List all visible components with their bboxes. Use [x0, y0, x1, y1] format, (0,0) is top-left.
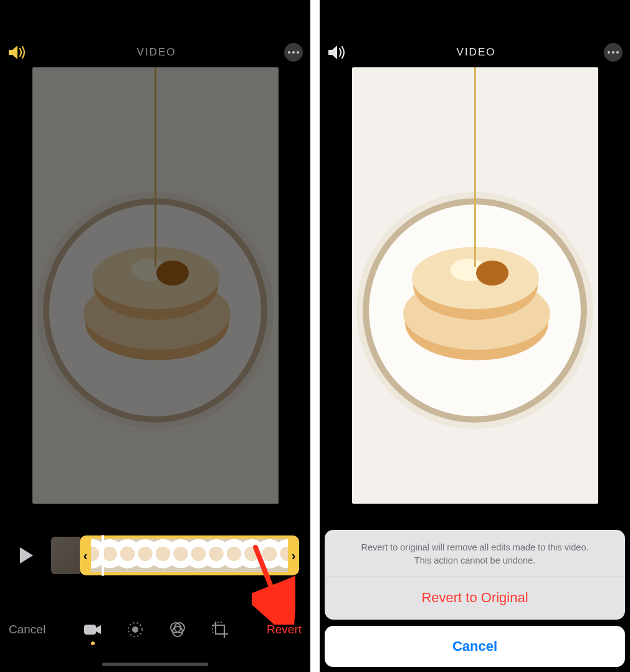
svg-rect-27 — [474, 67, 476, 267]
revert-to-original-button[interactable]: Revert to Original — [325, 577, 625, 620]
svg-point-13 — [132, 626, 138, 633]
editor-screen-revert-sheet: VIDEO — [320, 0, 630, 672]
action-sheet: Revert to original will remove all edits… — [320, 530, 630, 672]
action-sheet-message-line1: Revert to original will remove all edits… — [361, 542, 588, 552]
bottom-toolbar: Cancel — [0, 612, 310, 647]
screen-title: VIDEO — [137, 46, 176, 59]
trim-handle-left[interactable]: ‹ — [80, 539, 91, 572]
timeline-frames — [83, 539, 296, 572]
tool-icons — [84, 620, 229, 639]
timeline-row: ‹ › — [11, 535, 299, 576]
more-icon[interactable] — [604, 43, 623, 62]
cancel-button[interactable]: Cancel — [9, 623, 45, 636]
active-indicator-dot — [91, 641, 95, 645]
crop-tool-icon[interactable] — [211, 620, 229, 639]
video-preview[interactable] — [352, 67, 598, 504]
video-preview-area — [320, 67, 630, 505]
action-sheet-group: Revert to original will remove all edits… — [325, 530, 625, 620]
playhead[interactable] — [102, 535, 104, 576]
video-preview[interactable] — [32, 67, 279, 504]
sound-on-icon[interactable] — [7, 44, 29, 61]
editor-screen-before: VIDEO — [0, 0, 310, 672]
svg-point-26 — [476, 261, 508, 286]
svg-rect-11 — [84, 625, 96, 635]
timeline[interactable]: ‹ › — [51, 537, 299, 574]
trim-handle-right[interactable]: › — [288, 539, 299, 572]
revert-button[interactable]: Revert — [267, 623, 302, 636]
play-button[interactable] — [11, 538, 41, 573]
editor-topbar: VIDEO — [0, 37, 310, 67]
filters-tool-icon[interactable] — [168, 620, 187, 639]
action-sheet-message-line2: This action cannot be undone. — [414, 555, 535, 565]
action-sheet-message: Revert to original will remove all edits… — [325, 530, 625, 577]
action-sheet-cancel-button[interactable]: Cancel — [325, 626, 625, 667]
adjust-tool-icon[interactable] — [126, 620, 145, 639]
svg-point-9 — [156, 261, 189, 286]
timeline-lead-thumb — [51, 537, 80, 574]
trim-selection[interactable]: ‹ › — [80, 535, 299, 575]
more-icon[interactable] — [284, 43, 303, 62]
home-indicator[interactable] — [102, 663, 208, 666]
video-tool-icon[interactable] — [84, 620, 102, 639]
editor-topbar: VIDEO — [320, 37, 630, 67]
svg-point-16 — [173, 626, 183, 636]
screen-title: VIDEO — [457, 46, 496, 59]
svg-rect-10 — [155, 67, 156, 267]
sound-on-icon[interactable] — [327, 44, 348, 61]
home-indicator[interactable] — [422, 663, 528, 666]
video-preview-area — [0, 67, 310, 505]
